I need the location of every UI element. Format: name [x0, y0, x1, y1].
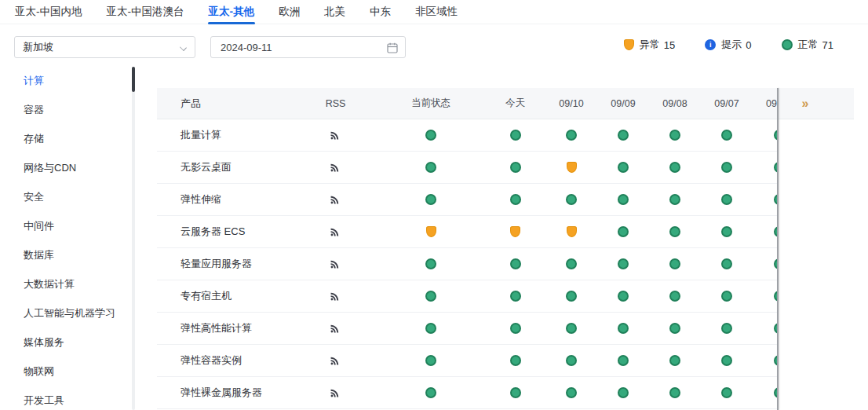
- table-row: 轻量应用服务器: [157, 248, 778, 280]
- status-cell: [701, 291, 753, 302]
- normal-status-icon: [425, 130, 436, 141]
- normal-status-icon: [721, 162, 732, 173]
- region-tab[interactable]: 北美: [323, 0, 346, 24]
- rss-icon[interactable]: [330, 324, 341, 334]
- normal-status-icon: [669, 194, 680, 205]
- rss-icon[interactable]: [330, 163, 341, 173]
- rss-icon[interactable]: [330, 291, 341, 302]
- status-cell: [597, 194, 649, 205]
- table-row: 云服务器 ECS: [157, 216, 778, 248]
- status-cell: [597, 226, 649, 237]
- abnormal-status-icon: [567, 162, 577, 173]
- sidebar-item[interactable]: 中间件: [24, 211, 126, 240]
- sidebar-item[interactable]: 开发工具: [24, 386, 126, 410]
- status-cell: [545, 323, 597, 334]
- status-cell: [545, 162, 597, 173]
- status-cell: [753, 377, 778, 408]
- region-tab[interactable]: 亚太-中国内地: [14, 0, 83, 24]
- region-tab[interactable]: 欧洲: [278, 0, 301, 24]
- status-cell: [485, 258, 545, 269]
- status-cell: [701, 162, 753, 173]
- normal-status-icon: [669, 355, 680, 366]
- sidebar-item[interactable]: 容器: [24, 95, 126, 124]
- normal-status-icon: [669, 323, 680, 334]
- rss-icon[interactable]: [330, 356, 341, 366]
- region-tab[interactable]: 非区域性: [414, 0, 458, 24]
- normal-circle-icon: [782, 39, 793, 50]
- rss-icon[interactable]: [330, 195, 341, 205]
- sidebar-item[interactable]: 物联网: [24, 357, 126, 386]
- product-name: 无影云桌面: [157, 160, 294, 174]
- status-legend: 异常 15 i 提示 0 正常 71: [624, 38, 833, 52]
- status-cell: [597, 130, 649, 141]
- sidebar-item[interactable]: 数据库: [24, 240, 126, 269]
- normal-status-icon: [510, 387, 521, 398]
- normal-status-icon: [669, 258, 680, 269]
- normal-status-icon: [425, 387, 436, 398]
- legend-normal: 正常 71: [782, 38, 833, 52]
- status-cell: [597, 162, 649, 173]
- sidebar-item[interactable]: 大数据计算: [24, 269, 126, 298]
- normal-status-icon: [721, 130, 732, 141]
- region-tab[interactable]: 中东: [369, 0, 392, 24]
- column-divider: [777, 88, 779, 410]
- rss-cell: [294, 324, 377, 334]
- normal-status-icon: [669, 291, 680, 302]
- status-cell: [753, 248, 778, 280]
- status-cell: [649, 162, 701, 173]
- sidebar-item[interactable]: 存储: [24, 124, 126, 153]
- sidebar-scrollbar-thumb[interactable]: [132, 67, 135, 92]
- legend-info-label: 提示: [721, 38, 742, 52]
- status-cell: [377, 226, 485, 237]
- sidebar-item[interactable]: 媒体服务: [24, 328, 126, 357]
- status-cell: [485, 226, 545, 237]
- table-row: 弹性容器实例: [157, 345, 778, 377]
- status-cell: [753, 152, 778, 183]
- status-cell: [545, 194, 597, 205]
- rss-icon[interactable]: [330, 130, 341, 141]
- normal-status-icon: [566, 291, 577, 302]
- table-row: 弹性伸缩: [157, 184, 778, 216]
- date-input[interactable]: 2024-09-11: [210, 36, 406, 58]
- normal-status-icon: [669, 387, 680, 398]
- normal-status-icon: [566, 258, 577, 269]
- status-cell: [753, 345, 778, 376]
- chevron-down-icon: [180, 44, 187, 51]
- normal-status-icon: [566, 387, 577, 398]
- rss-icon[interactable]: [330, 227, 341, 237]
- rss-icon[interactable]: [330, 388, 341, 398]
- status-cell: [597, 323, 649, 334]
- product-name: 弹性裸金属服务器: [157, 386, 294, 400]
- status-cell: [485, 194, 545, 205]
- status-cell: [753, 216, 778, 247]
- normal-status-icon: [510, 258, 521, 269]
- status-cell: [545, 226, 597, 237]
- expand-columns-button[interactable]: »: [794, 95, 815, 112]
- status-cell: [545, 291, 597, 302]
- rss-icon[interactable]: [330, 259, 341, 269]
- rss-cell: [294, 130, 377, 141]
- legend-normal-label: 正常: [798, 38, 819, 52]
- region-select[interactable]: 新加坡: [14, 36, 195, 58]
- sidebar-item[interactable]: 人工智能与机器学习: [24, 298, 126, 328]
- sidebar-item[interactable]: 计算: [24, 66, 126, 95]
- normal-status-icon: [510, 355, 521, 366]
- normal-status-icon: [721, 194, 732, 205]
- legend-info: i 提示 0: [705, 38, 751, 52]
- status-cell: [649, 323, 701, 334]
- region-tab[interactable]: 亚太-中国港澳台: [106, 0, 185, 24]
- legend-normal-count: 71: [822, 39, 833, 51]
- abnormal-status-icon: [426, 226, 436, 237]
- region-tabs: 亚太-中国内地亚太-中国港澳台亚太-其他欧洲北美中东非区域性: [0, 0, 868, 24]
- abnormal-status-icon: [510, 226, 520, 237]
- column-header-product: 产品: [157, 97, 294, 111]
- status-cell: [377, 387, 485, 398]
- sidebar-item[interactable]: 网络与CDN: [24, 153, 126, 182]
- table-header: 产品 RSS 当前状态 今天09/1009/0909/0809/0709: [157, 88, 854, 119]
- normal-status-icon: [721, 291, 732, 302]
- sidebar-item[interactable]: 安全: [24, 182, 126, 211]
- status-cell: [377, 323, 485, 334]
- table-row: 批量计算: [157, 119, 778, 152]
- info-circle-icon: i: [705, 39, 716, 50]
- region-tab[interactable]: 亚太-其他: [208, 0, 256, 24]
